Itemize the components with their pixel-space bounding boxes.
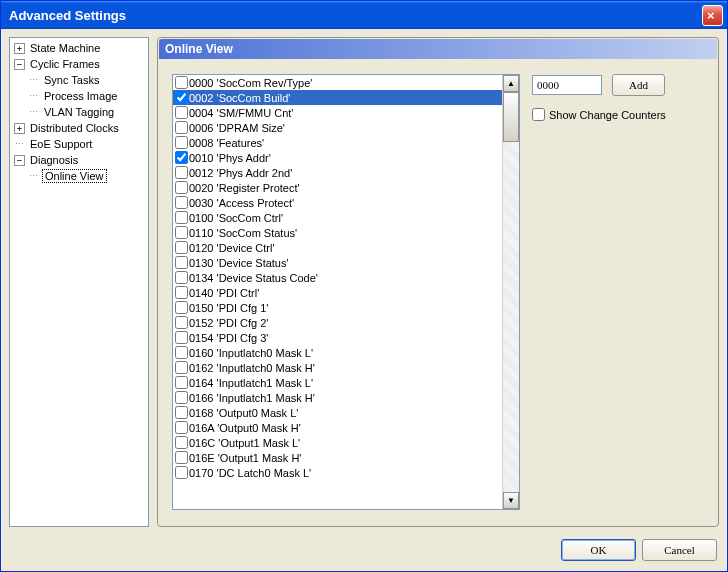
- scroll-up-icon[interactable]: ▲: [503, 75, 519, 92]
- register-checkbox[interactable]: [175, 211, 188, 224]
- ok-button[interactable]: OK: [561, 539, 636, 561]
- list-item[interactable]: 0168 'Output0 Mask L': [173, 405, 502, 420]
- list-item[interactable]: 0150 'PDI Cfg 1': [173, 300, 502, 315]
- register-checkbox[interactable]: [175, 256, 188, 269]
- register-label: 0030 'Access Protect': [189, 197, 294, 209]
- list-item[interactable]: 0020 'Register Protect': [173, 180, 502, 195]
- register-checkbox[interactable]: [175, 151, 188, 164]
- list-item[interactable]: 0110 'SocCom Status': [173, 225, 502, 240]
- close-icon: ×: [703, 8, 722, 23]
- register-checkbox[interactable]: [175, 391, 188, 404]
- register-label: 0100 'SocCom Ctrl': [189, 212, 283, 224]
- register-label: 016E 'Output1 Mask H': [189, 452, 301, 464]
- list-item[interactable]: 016C 'Output1 Mask L': [173, 435, 502, 450]
- scrollbar[interactable]: ▲ ▼: [502, 75, 519, 509]
- list-item[interactable]: 0006 'DPRAM Size': [173, 120, 502, 135]
- collapse-icon[interactable]: −: [14, 59, 25, 70]
- register-checkbox[interactable]: [175, 226, 188, 239]
- register-listbox[interactable]: 0000 'SocCom Rev/Type'0002 'SocCom Build…: [172, 74, 520, 510]
- register-label: 0002 'SocCom Build': [189, 92, 290, 104]
- register-checkbox[interactable]: [175, 406, 188, 419]
- register-checkbox[interactable]: [175, 346, 188, 359]
- register-label: 0162 'Inputlatch0 Mask H': [189, 362, 315, 374]
- scroll-track[interactable]: [503, 92, 519, 492]
- register-checkbox[interactable]: [175, 136, 188, 149]
- list-item[interactable]: 0152 'PDI Cfg 2': [173, 315, 502, 330]
- register-checkbox[interactable]: [175, 271, 188, 284]
- tree-eoe-support[interactable]: ⋯EoE Support: [10, 136, 148, 152]
- tree-cyclic-frames[interactable]: −Cyclic Frames: [10, 56, 148, 72]
- list-item[interactable]: 0000 'SocCom Rev/Type': [173, 75, 502, 90]
- cancel-button[interactable]: Cancel: [642, 539, 717, 561]
- expand-icon[interactable]: +: [14, 123, 25, 134]
- list-item[interactable]: 0164 'Inputlatch1 Mask L': [173, 375, 502, 390]
- register-label: 016C 'Output1 Mask L': [189, 437, 300, 449]
- list-item[interactable]: 0012 'Phys Addr 2nd': [173, 165, 502, 180]
- add-button[interactable]: Add: [612, 74, 665, 96]
- register-checkbox[interactable]: [175, 421, 188, 434]
- tree-connector-icon: ⋯: [29, 91, 38, 101]
- register-checkbox[interactable]: [175, 181, 188, 194]
- list-item[interactable]: 0134 'Device Status Code': [173, 270, 502, 285]
- list-item[interactable]: 0170 'DC Latch0 Mask L': [173, 465, 502, 480]
- tree-diagnosis[interactable]: −Diagnosis: [10, 152, 148, 168]
- tree-connector-icon: ⋯: [29, 171, 38, 181]
- list-item[interactable]: 0154 'PDI Cfg 3': [173, 330, 502, 345]
- list-item[interactable]: 0162 'Inputlatch0 Mask H': [173, 360, 502, 375]
- register-checkbox[interactable]: [175, 121, 188, 134]
- list-item[interactable]: 0002 'SocCom Build': [173, 90, 502, 105]
- titlebar[interactable]: Advanced Settings ×: [1, 1, 727, 29]
- register-label: 0000 'SocCom Rev/Type': [189, 77, 312, 89]
- register-label: 0170 'DC Latch0 Mask L': [189, 467, 311, 479]
- register-checkbox[interactable]: [175, 436, 188, 449]
- register-checkbox[interactable]: [175, 361, 188, 374]
- tree-vlan-tagging[interactable]: ⋯VLAN Tagging: [10, 104, 148, 120]
- list-item[interactable]: 0030 'Access Protect': [173, 195, 502, 210]
- list-item[interactable]: 0008 'Features': [173, 135, 502, 150]
- register-label: 0008 'Features': [189, 137, 264, 149]
- register-label: 0012 'Phys Addr 2nd': [189, 167, 292, 179]
- register-checkbox[interactable]: [175, 106, 188, 119]
- scroll-down-icon[interactable]: ▼: [503, 492, 519, 509]
- register-checkbox[interactable]: [175, 331, 188, 344]
- tree-sync-tasks[interactable]: ⋯Sync Tasks: [10, 72, 148, 88]
- list-item[interactable]: 016E 'Output1 Mask H': [173, 450, 502, 465]
- list-item[interactable]: 0120 'Device Ctrl': [173, 240, 502, 255]
- list-item[interactable]: 0004 'SM/FMMU Cnt': [173, 105, 502, 120]
- list-item[interactable]: 0100 'SocCom Ctrl': [173, 210, 502, 225]
- register-checkbox[interactable]: [175, 316, 188, 329]
- register-checkbox[interactable]: [175, 286, 188, 299]
- list-item[interactable]: 0130 'Device Status': [173, 255, 502, 270]
- show-change-counters-checkbox[interactable]: [532, 108, 545, 121]
- tree-online-view[interactable]: ⋯Online View: [10, 168, 148, 184]
- list-item[interactable]: 016A 'Output0 Mask H': [173, 420, 502, 435]
- tree-process-image[interactable]: ⋯Process Image: [10, 88, 148, 104]
- register-label: 0150 'PDI Cfg 1': [189, 302, 268, 314]
- scroll-thumb[interactable]: [503, 92, 519, 142]
- tree-distributed-clocks[interactable]: +Distributed Clocks: [10, 120, 148, 136]
- list-item[interactable]: 0166 'Inputlatch1 Mask H': [173, 390, 502, 405]
- register-checkbox[interactable]: [175, 301, 188, 314]
- register-label: 0020 'Register Protect': [189, 182, 300, 194]
- register-label: 0160 'Inputlatch0 Mask L': [189, 347, 313, 359]
- nav-tree[interactable]: +State Machine −Cyclic Frames ⋯Sync Task…: [9, 37, 149, 527]
- register-checkbox[interactable]: [175, 241, 188, 254]
- register-code-input[interactable]: [532, 75, 602, 95]
- register-label: 0152 'PDI Cfg 2': [189, 317, 268, 329]
- list-item[interactable]: 0140 'PDI Ctrl': [173, 285, 502, 300]
- register-checkbox[interactable]: [175, 451, 188, 464]
- collapse-icon[interactable]: −: [14, 155, 25, 166]
- right-panel: Online View 0000 'SocCom Rev/Type'0002 '…: [157, 37, 719, 527]
- expand-icon[interactable]: +: [14, 43, 25, 54]
- register-checkbox[interactable]: [175, 76, 188, 89]
- register-checkbox[interactable]: [175, 376, 188, 389]
- close-button[interactable]: ×: [702, 5, 723, 26]
- register-label: 0140 'PDI Ctrl': [189, 287, 259, 299]
- register-checkbox[interactable]: [175, 196, 188, 209]
- register-checkbox[interactable]: [175, 91, 188, 104]
- tree-state-machine[interactable]: +State Machine: [10, 40, 148, 56]
- list-item[interactable]: 0160 'Inputlatch0 Mask L': [173, 345, 502, 360]
- register-checkbox[interactable]: [175, 166, 188, 179]
- list-item[interactable]: 0010 'Phys Addr': [173, 150, 502, 165]
- register-checkbox[interactable]: [175, 466, 188, 479]
